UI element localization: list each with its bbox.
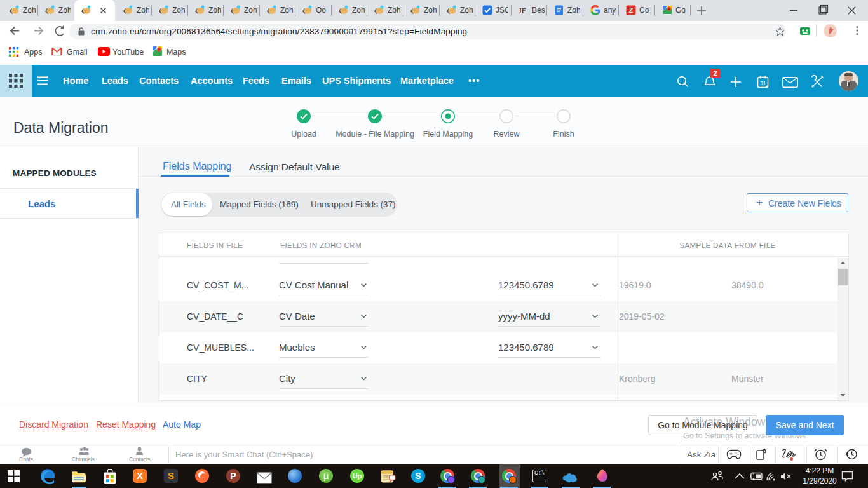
svg-text:31: 31 [760, 80, 766, 86]
svg-text:JF: JF [519, 6, 526, 15]
svg-text:Z: Z [629, 6, 634, 14]
